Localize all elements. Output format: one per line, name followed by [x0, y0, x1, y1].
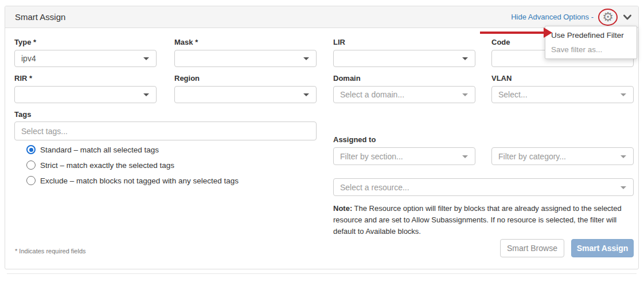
caret-down-icon — [620, 93, 626, 96]
code-label: Code — [491, 38, 510, 46]
chevron-down-icon[interactable] — [622, 12, 633, 22]
lir-select[interactable] — [333, 50, 475, 67]
caret-down-icon — [143, 57, 149, 60]
required-fields-note: * Indicates required fields — [15, 248, 86, 254]
hide-advanced-options-link[interactable]: Hide Advanced Options - — [511, 13, 594, 21]
radio-button[interactable] — [26, 160, 36, 170]
note-body: The Resource option will filter by block… — [333, 204, 622, 236]
category-placeholder: Filter by category... — [498, 152, 566, 161]
menu-item-use-predefined-filter[interactable]: Use Predefined Filter — [545, 28, 637, 42]
resource-note: Note: The Resource option will filter by… — [333, 203, 634, 237]
radio-button[interactable] — [26, 176, 36, 185]
gear-icon: ⚙ — [602, 11, 614, 23]
smart-assign-screen: Smart Assign Hide Advanced Options - ⚙ T… — [0, 0, 644, 282]
smart-assign-button[interactable]: Smart Assign — [571, 239, 634, 257]
filter-section-select[interactable]: Filter by section... — [333, 147, 475, 165]
lir-label: LIR — [333, 38, 345, 46]
rir-select[interactable] — [14, 86, 157, 103]
rir-label: RIR * — [14, 74, 32, 83]
type-value: ipv4 — [21, 54, 36, 63]
filter-category-select[interactable]: Filter by category... — [491, 147, 634, 165]
caret-down-icon — [462, 57, 468, 60]
region-select[interactable] — [174, 86, 317, 103]
section-placeholder: Filter by section... — [340, 152, 403, 161]
mask-label: Mask * — [174, 38, 198, 46]
menu-item-save-filter-as[interactable]: Save filter as... — [545, 42, 637, 57]
caret-down-icon — [620, 186, 626, 189]
type-label: Type * — [14, 38, 36, 46]
caret-down-icon — [303, 93, 309, 96]
tag-match-option-exclude[interactable]: Exclude – match blocks not tagged with a… — [26, 176, 239, 185]
tag-match-option-standard[interactable]: Standard – match all selected tags — [26, 145, 159, 154]
resource-placeholder: Select a resource... — [340, 183, 409, 192]
header-actions: Hide Advanced Options - ⚙ — [511, 9, 633, 25]
caret-down-icon — [620, 155, 626, 158]
annotation-arrow-head — [544, 28, 552, 38]
caret-down-icon — [462, 93, 468, 96]
smart-browse-button[interactable]: Smart Browse — [500, 239, 564, 257]
bottom-divider — [7, 273, 637, 274]
radio-label: Exclude – match blocks not tagged with a… — [40, 177, 239, 185]
caret-down-icon — [303, 57, 309, 60]
caret-down-icon — [143, 93, 149, 96]
panel-header: Smart Assign Hide Advanced Options - ⚙ — [5, 6, 638, 28]
annotation-arrow-line — [480, 32, 544, 34]
type-select[interactable]: ipv4 — [14, 50, 157, 67]
smart-assign-panel: Smart Assign Hide Advanced Options - ⚙ T… — [5, 6, 639, 269]
radio-button[interactable] — [26, 145, 36, 154]
tag-match-option-strict[interactable]: Strict – match exactly the selected tags — [26, 160, 174, 170]
vlan-label: VLAN — [491, 74, 512, 83]
vlan-placeholder: Select... — [498, 90, 528, 99]
vlan-select[interactable]: Select... — [491, 86, 634, 103]
domain-placeholder: Select a domain... — [340, 90, 404, 99]
assigned-to-label: Assigned to — [333, 135, 376, 144]
tags-placeholder: Select tags... — [21, 127, 68, 136]
domain-select[interactable]: Select a domain... — [333, 86, 475, 103]
caret-down-icon — [462, 155, 468, 158]
radio-label: Strict – match exactly the selected tags — [40, 161, 174, 170]
filter-settings-menu: Use Predefined Filter Save filter as... — [545, 26, 637, 59]
region-label: Region — [174, 74, 200, 83]
radio-label: Standard – match all selected tags — [40, 146, 159, 154]
note-prefix: Note: — [333, 204, 352, 213]
filter-settings-button[interactable]: ⚙ — [599, 9, 616, 25]
tags-label: Tags — [14, 110, 31, 119]
page-title: Smart Assign — [15, 12, 65, 22]
resource-select[interactable]: Select a resource... — [333, 178, 634, 196]
tags-input[interactable]: Select tags... — [14, 122, 317, 140]
domain-label: Domain — [333, 74, 361, 83]
mask-select[interactable] — [174, 50, 317, 67]
